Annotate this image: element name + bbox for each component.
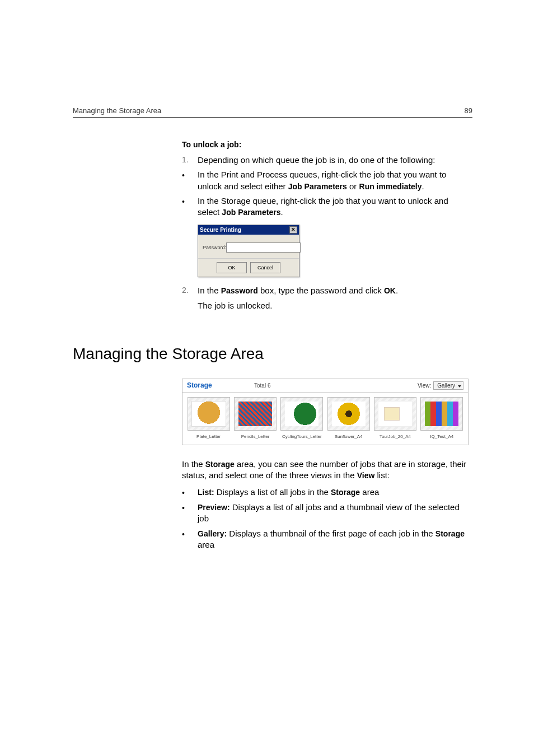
password-input[interactable]	[226, 242, 301, 253]
thumbnail-item[interactable]: TourJob_20_A4	[373, 397, 416, 439]
bullet-icon: •	[182, 195, 198, 218]
page-number: 89	[465, 106, 472, 115]
view-select[interactable]: Gallery	[433, 381, 463, 390]
bullet-1: In the Print and Process queues, right-c…	[198, 169, 472, 192]
thumbnail-item[interactable]: IQ_Test_A4	[420, 397, 463, 439]
step-number-1: 1.	[182, 155, 198, 166]
storage-gallery-figure: Storage Total 6 View: Gallery Plate_Lett…	[182, 379, 469, 445]
thumbnail-image	[332, 402, 366, 426]
thumbnail-item[interactable]: Sunflower_A4	[327, 397, 370, 439]
thumbnail-label: IQ_Test_A4	[420, 434, 463, 439]
thumbnail-image	[378, 401, 413, 427]
view-label: View:	[418, 382, 431, 389]
storage-description: In the Storage area, you can see the num…	[182, 459, 472, 482]
bullet-icon: •	[182, 528, 198, 551]
thumbnail-image	[285, 402, 318, 426]
bullet-2: In the Storage queue, right-click the jo…	[198, 195, 472, 218]
thumbnail-label: CyclingTours_Letter	[280, 434, 324, 439]
thumbnail-label: Sunflower_A4	[327, 434, 370, 439]
ok-button[interactable]: OK	[217, 262, 247, 273]
bullet-icon: •	[182, 487, 198, 498]
bullet-icon: •	[182, 502, 198, 525]
cancel-button[interactable]: Cancel	[250, 262, 280, 273]
thumbnail-image	[238, 402, 272, 426]
storage-title: Storage	[187, 381, 254, 389]
step-1-text: Depending on which queue the job is in, …	[198, 155, 472, 166]
storage-total: Total 6	[254, 382, 270, 389]
dialog-title: Secure Printing	[200, 227, 241, 233]
password-label: Password:	[203, 245, 226, 250]
thumbnail-item[interactable]: Plate_Letter	[187, 397, 230, 439]
running-header: Managing the Storage Area 89	[73, 106, 472, 118]
step-2-result: The job is unlocked.	[198, 300, 472, 311]
close-icon[interactable]: ✕	[289, 226, 297, 234]
step-2-text: In the Password box, type the password a…	[198, 285, 472, 311]
thumbnail-item[interactable]: Pencils_Letter	[233, 397, 277, 439]
chevron-down-icon	[458, 385, 461, 388]
thumbnail-label: Pencils_Letter	[233, 434, 277, 439]
thumbnail-image	[191, 401, 226, 427]
view-option-gallery: Gallery: Displays a thumbnail of the fir…	[198, 528, 472, 551]
header-left: Managing the Storage Area	[73, 106, 161, 115]
unlock-heading: To unlock a job:	[182, 140, 472, 149]
bullet-icon: •	[182, 169, 198, 192]
thumbnail-item[interactable]: CyclingTours_Letter	[280, 397, 324, 439]
step-number-2: 2.	[182, 285, 198, 311]
secure-printing-dialog: Secure Printing ✕ Password: OK Cancel	[198, 225, 299, 277]
view-option-list: List: Displays a list of all jobs in the…	[198, 487, 472, 498]
view-option-preview: Preview: Displays a list of all jobs and…	[198, 502, 472, 525]
thumbnail-label: Plate_Letter	[187, 434, 230, 439]
thumbnail-image	[425, 402, 458, 426]
section-title: Managing the Storage Area	[73, 345, 472, 363]
thumbnail-label: TourJob_20_A4	[373, 434, 416, 439]
